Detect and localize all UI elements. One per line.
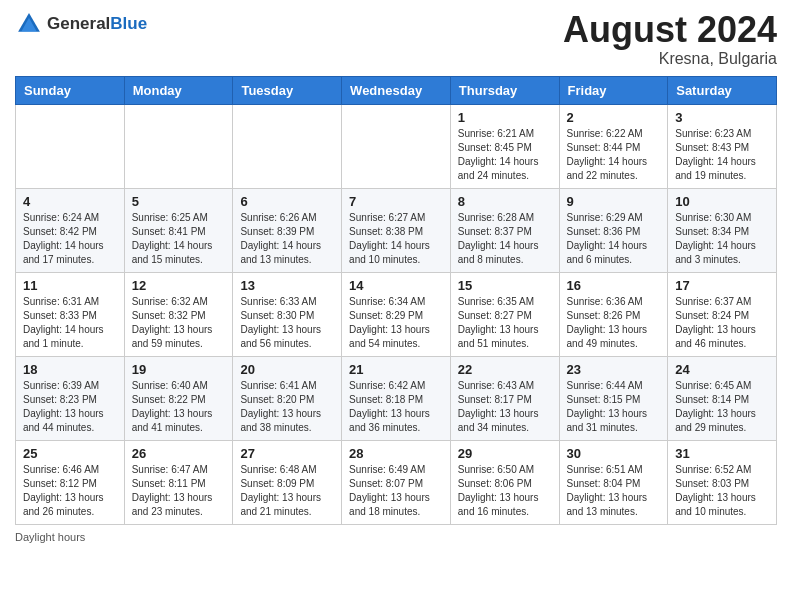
day-number: 13 [240, 278, 334, 293]
cell-content: Sunrise: 6:46 AM Sunset: 8:12 PM Dayligh… [23, 463, 117, 519]
day-number: 14 [349, 278, 443, 293]
table-row: 4Sunrise: 6:24 AM Sunset: 8:42 PM Daylig… [16, 188, 125, 272]
col-wednesday: Wednesday [342, 76, 451, 104]
table-row: 16Sunrise: 6:36 AM Sunset: 8:26 PM Dayli… [559, 272, 668, 356]
cell-content: Sunrise: 6:42 AM Sunset: 8:18 PM Dayligh… [349, 379, 443, 435]
cell-content: Sunrise: 6:27 AM Sunset: 8:38 PM Dayligh… [349, 211, 443, 267]
cell-content: Sunrise: 6:32 AM Sunset: 8:32 PM Dayligh… [132, 295, 226, 351]
cell-content: Sunrise: 6:52 AM Sunset: 8:03 PM Dayligh… [675, 463, 769, 519]
day-number: 20 [240, 362, 334, 377]
table-row: 17Sunrise: 6:37 AM Sunset: 8:24 PM Dayli… [668, 272, 777, 356]
title-block: August 2024 Kresna, Bulgaria [563, 10, 777, 68]
logo-blue: Blue [110, 14, 147, 34]
logo-general: General [47, 14, 110, 34]
cell-content: Sunrise: 6:29 AM Sunset: 8:36 PM Dayligh… [567, 211, 661, 267]
page: General Blue August 2024 Kresna, Bulgari… [0, 0, 792, 612]
cell-content: Sunrise: 6:41 AM Sunset: 8:20 PM Dayligh… [240, 379, 334, 435]
table-row: 10Sunrise: 6:30 AM Sunset: 8:34 PM Dayli… [668, 188, 777, 272]
cell-content: Sunrise: 6:49 AM Sunset: 8:07 PM Dayligh… [349, 463, 443, 519]
month-year: August 2024 [563, 10, 777, 50]
col-thursday: Thursday [450, 76, 559, 104]
col-saturday: Saturday [668, 76, 777, 104]
cell-content: Sunrise: 6:28 AM Sunset: 8:37 PM Dayligh… [458, 211, 552, 267]
day-number: 6 [240, 194, 334, 209]
table-row: 28Sunrise: 6:49 AM Sunset: 8:07 PM Dayli… [342, 440, 451, 524]
cell-content: Sunrise: 6:45 AM Sunset: 8:14 PM Dayligh… [675, 379, 769, 435]
cell-content: Sunrise: 6:25 AM Sunset: 8:41 PM Dayligh… [132, 211, 226, 267]
cell-content: Sunrise: 6:33 AM Sunset: 8:30 PM Dayligh… [240, 295, 334, 351]
cell-content: Sunrise: 6:23 AM Sunset: 8:43 PM Dayligh… [675, 127, 769, 183]
calendar-table: Sunday Monday Tuesday Wednesday Thursday… [15, 76, 777, 525]
day-number: 29 [458, 446, 552, 461]
day-number: 16 [567, 278, 661, 293]
day-number: 27 [240, 446, 334, 461]
cell-content: Sunrise: 6:34 AM Sunset: 8:29 PM Dayligh… [349, 295, 443, 351]
table-row: 23Sunrise: 6:44 AM Sunset: 8:15 PM Dayli… [559, 356, 668, 440]
day-number: 12 [132, 278, 226, 293]
day-number: 3 [675, 110, 769, 125]
day-number: 19 [132, 362, 226, 377]
cell-content: Sunrise: 6:51 AM Sunset: 8:04 PM Dayligh… [567, 463, 661, 519]
col-tuesday: Tuesday [233, 76, 342, 104]
day-number: 18 [23, 362, 117, 377]
table-row: 30Sunrise: 6:51 AM Sunset: 8:04 PM Dayli… [559, 440, 668, 524]
day-number: 31 [675, 446, 769, 461]
col-monday: Monday [124, 76, 233, 104]
cell-content: Sunrise: 6:26 AM Sunset: 8:39 PM Dayligh… [240, 211, 334, 267]
cell-content: Sunrise: 6:31 AM Sunset: 8:33 PM Dayligh… [23, 295, 117, 351]
table-row: 20Sunrise: 6:41 AM Sunset: 8:20 PM Dayli… [233, 356, 342, 440]
table-row: 14Sunrise: 6:34 AM Sunset: 8:29 PM Dayli… [342, 272, 451, 356]
table-row: 7Sunrise: 6:27 AM Sunset: 8:38 PM Daylig… [342, 188, 451, 272]
table-row [342, 104, 451, 188]
day-number: 2 [567, 110, 661, 125]
day-number: 21 [349, 362, 443, 377]
table-row: 12Sunrise: 6:32 AM Sunset: 8:32 PM Dayli… [124, 272, 233, 356]
logo-text: General Blue [47, 14, 147, 34]
day-number: 22 [458, 362, 552, 377]
logo-icon [15, 10, 43, 38]
cell-content: Sunrise: 6:21 AM Sunset: 8:45 PM Dayligh… [458, 127, 552, 183]
table-row: 2Sunrise: 6:22 AM Sunset: 8:44 PM Daylig… [559, 104, 668, 188]
table-row [233, 104, 342, 188]
cell-content: Sunrise: 6:47 AM Sunset: 8:11 PM Dayligh… [132, 463, 226, 519]
table-row: 1Sunrise: 6:21 AM Sunset: 8:45 PM Daylig… [450, 104, 559, 188]
day-number: 11 [23, 278, 117, 293]
day-number: 25 [23, 446, 117, 461]
table-row: 13Sunrise: 6:33 AM Sunset: 8:30 PM Dayli… [233, 272, 342, 356]
table-row [16, 104, 125, 188]
daylight-label: Daylight hours [15, 531, 85, 543]
table-row: 19Sunrise: 6:40 AM Sunset: 8:22 PM Dayli… [124, 356, 233, 440]
cell-content: Sunrise: 6:22 AM Sunset: 8:44 PM Dayligh… [567, 127, 661, 183]
day-number: 4 [23, 194, 117, 209]
cell-content: Sunrise: 6:48 AM Sunset: 8:09 PM Dayligh… [240, 463, 334, 519]
table-row: 29Sunrise: 6:50 AM Sunset: 8:06 PM Dayli… [450, 440, 559, 524]
day-number: 8 [458, 194, 552, 209]
day-number: 17 [675, 278, 769, 293]
day-number: 26 [132, 446, 226, 461]
table-row: 31Sunrise: 6:52 AM Sunset: 8:03 PM Dayli… [668, 440, 777, 524]
day-number: 9 [567, 194, 661, 209]
logo: General Blue [15, 10, 147, 38]
day-number: 30 [567, 446, 661, 461]
table-row: 5Sunrise: 6:25 AM Sunset: 8:41 PM Daylig… [124, 188, 233, 272]
table-row: 6Sunrise: 6:26 AM Sunset: 8:39 PM Daylig… [233, 188, 342, 272]
cell-content: Sunrise: 6:24 AM Sunset: 8:42 PM Dayligh… [23, 211, 117, 267]
table-row: 21Sunrise: 6:42 AM Sunset: 8:18 PM Dayli… [342, 356, 451, 440]
cell-content: Sunrise: 6:30 AM Sunset: 8:34 PM Dayligh… [675, 211, 769, 267]
day-number: 5 [132, 194, 226, 209]
table-row: 25Sunrise: 6:46 AM Sunset: 8:12 PM Dayli… [16, 440, 125, 524]
location: Kresna, Bulgaria [563, 50, 777, 68]
header-row: Sunday Monday Tuesday Wednesday Thursday… [16, 76, 777, 104]
cell-content: Sunrise: 6:43 AM Sunset: 8:17 PM Dayligh… [458, 379, 552, 435]
table-row: 9Sunrise: 6:29 AM Sunset: 8:36 PM Daylig… [559, 188, 668, 272]
day-number: 24 [675, 362, 769, 377]
day-number: 23 [567, 362, 661, 377]
day-number: 1 [458, 110, 552, 125]
cell-content: Sunrise: 6:50 AM Sunset: 8:06 PM Dayligh… [458, 463, 552, 519]
col-friday: Friday [559, 76, 668, 104]
day-number: 28 [349, 446, 443, 461]
cell-content: Sunrise: 6:37 AM Sunset: 8:24 PM Dayligh… [675, 295, 769, 351]
day-number: 10 [675, 194, 769, 209]
col-sunday: Sunday [16, 76, 125, 104]
week-row-3: 18Sunrise: 6:39 AM Sunset: 8:23 PM Dayli… [16, 356, 777, 440]
